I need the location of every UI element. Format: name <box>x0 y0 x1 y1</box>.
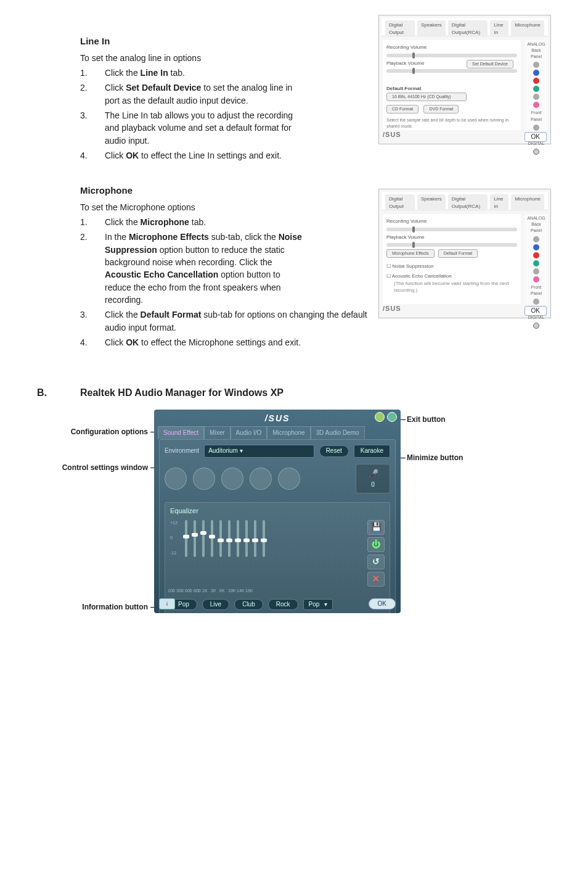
text-bold: Microphone Effects <box>129 232 209 242</box>
eq-reset-button[interactable]: ↺ <box>367 555 385 569</box>
eq-power-button[interactable]: ⏻ <box>367 537 385 552</box>
playback-volume-label: Playback Volume <box>386 234 517 241</box>
step-text: Click the Line In tab. <box>105 67 302 79</box>
tab-mixer[interactable]: Mixer <box>204 426 230 440</box>
label-minimize-button: Minimize button <box>407 453 463 463</box>
eq-slider[interactable] <box>254 520 256 557</box>
step-number: 4. <box>80 149 105 162</box>
mic-tab-row: Digital Output Speakers Digital Output(R… <box>382 192 548 210</box>
recording-volume-slider[interactable] <box>386 228 517 231</box>
dvd-format-button[interactable]: DVD Format <box>423 105 459 113</box>
eq-slider[interactable] <box>185 520 187 557</box>
aec-checkbox[interactable]: ☐ <box>386 273 392 279</box>
section-title: Realtek HD Audio Manager for Windows XP <box>80 386 284 400</box>
tab-speakers[interactable]: Speakers <box>417 194 446 211</box>
jack-icon <box>533 125 539 131</box>
env-preset-icon[interactable] <box>165 468 187 490</box>
text-span: Click <box>105 151 126 160</box>
noise-suppression-checkbox[interactable]: ☐ <box>386 263 392 269</box>
step-text: Click the Default Format sub-tab for opt… <box>105 308 369 334</box>
text-bold: Set Default Device <box>126 83 201 93</box>
equalizer-panel: Equalizer +12 0 -12 <box>165 502 390 614</box>
set-default-device-button[interactable]: Set Default Device <box>467 60 513 68</box>
jack-icon <box>533 70 539 76</box>
reset-button[interactable]: Reset <box>319 445 349 457</box>
karaoke-box[interactable]: 🎤 0 <box>356 464 390 493</box>
eq-scale: 0 <box>170 535 178 541</box>
env-preset-icon[interactable] <box>221 468 243 490</box>
eq-scale: +12 <box>170 520 178 526</box>
text-span: Click the <box>105 68 141 78</box>
text-span: to effect the Line In settings and exit. <box>139 151 282 160</box>
env-preset-icon[interactable] <box>250 468 272 490</box>
step-number: 1. <box>80 67 105 79</box>
subtab-mic-effects[interactable]: Microphone Effects <box>386 249 435 258</box>
tab-audio-io[interactable]: Audio I/O <box>231 426 267 440</box>
band-label: 16K <box>245 588 248 594</box>
tab-speakers[interactable]: Speakers <box>417 20 446 37</box>
cd-format-button[interactable]: CD Format <box>386 105 419 113</box>
eq-slider[interactable] <box>211 520 213 557</box>
tab-digital-output[interactable]: Digital Output <box>385 194 415 211</box>
recording-volume-slider[interactable] <box>386 54 517 57</box>
step-text: In the Microphone Effects sub-tab, click… <box>105 231 302 306</box>
step-text: Click OK to effect the Line In settings … <box>105 149 302 162</box>
format-dropdown[interactable]: 16 Bits, 44100 Hz (CD Quality) <box>386 93 467 101</box>
information-button[interactable]: i <box>159 598 175 609</box>
label-configuration-options: Configuration options <box>55 427 148 437</box>
tab-microphone[interactable]: Microphone <box>511 194 544 211</box>
tab-microphone[interactable]: Microphone <box>511 20 544 37</box>
jack-icon <box>533 323 539 329</box>
exit-button[interactable] <box>387 412 397 422</box>
tab-sound-effect[interactable]: Sound Effect <box>158 426 204 440</box>
env-preset-icon[interactable] <box>193 468 215 490</box>
playback-volume-slider[interactable] <box>386 69 517 73</box>
recording-volume-label: Recording Volume <box>386 218 517 225</box>
section-b-header: B. Realtek HD Audio Manager for Windows … <box>37 386 551 400</box>
ok-button[interactable]: OK <box>525 306 547 316</box>
label-control-settings-window: Control settings window <box>55 463 148 473</box>
band-label: 600 <box>185 588 187 594</box>
environment-dropdown[interactable]: Auditorium ▾ <box>204 445 314 458</box>
tab-line-in[interactable]: Line In <box>490 194 508 211</box>
eq-slider[interactable] <box>263 520 265 557</box>
eq-slider[interactable] <box>245 520 248 557</box>
karaoke-label: Karaoke <box>354 445 390 458</box>
text-bold: Default Format <box>141 310 202 320</box>
linein-tab-row: Digital Output Speakers Digital Output(R… <box>382 18 548 36</box>
step-text: Click OK to effect the Microphone settin… <box>105 336 401 349</box>
environment-label: Environment <box>165 447 199 456</box>
ok-button[interactable]: OK <box>525 132 547 142</box>
eq-save-button[interactable]: 💾 <box>367 520 385 535</box>
tab-digital-output[interactable]: Digital Output <box>385 20 415 37</box>
jack-icon <box>533 276 539 283</box>
brand-logo: /SUS <box>383 304 401 314</box>
xp-audio-manager-window: /SUS Sound Effect Mixer Audio I/O Microp… <box>154 410 401 613</box>
eq-slider[interactable] <box>228 520 231 557</box>
equalizer-label: Equalizer <box>170 506 385 516</box>
dropdown-value: Auditorium <box>208 447 238 454</box>
eq-slider[interactable] <box>194 520 196 557</box>
tab-microphone[interactable]: Microphone <box>267 426 310 440</box>
karaoke-value: 0 <box>371 481 375 490</box>
subtab-default-format[interactable]: Default Format <box>438 249 478 258</box>
step-number: 4. <box>80 336 105 349</box>
eq-slider[interactable] <box>202 520 205 557</box>
minimize-button[interactable] <box>375 412 385 422</box>
tab-digital-output-rca[interactable]: Digital Output(RCA) <box>448 194 488 211</box>
tab-line-in[interactable]: Line In <box>490 20 508 37</box>
tab-3d-audio-demo[interactable]: 3D Audio Demo <box>311 426 365 440</box>
playback-volume-slider[interactable] <box>386 243 517 247</box>
analog-label: ANALOG <box>526 215 547 221</box>
ok-button[interactable]: OK <box>369 598 396 610</box>
eq-delete-button[interactable]: ✕ <box>367 572 385 587</box>
eq-slider[interactable] <box>219 520 222 557</box>
analog-label: ANALOG <box>526 41 547 47</box>
tab-digital-output-rca[interactable]: Digital Output(RCA) <box>448 20 488 37</box>
eq-slider[interactable] <box>237 520 239 557</box>
band-label: 10K <box>228 588 231 594</box>
env-preset-icon[interactable] <box>278 468 300 490</box>
label-information-button: Information button <box>55 602 148 613</box>
step-text: The Line In tab allows you to adjust the… <box>105 109 302 147</box>
brand-logo: /SUS <box>383 130 401 140</box>
